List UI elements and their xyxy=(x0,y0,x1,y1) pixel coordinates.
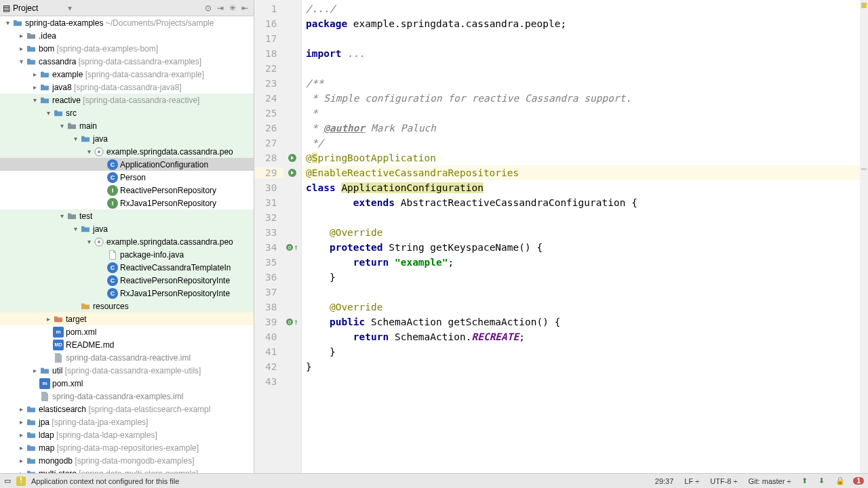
tree-item[interactable]: ▾reactive [spring-data-cassandra-reactiv… xyxy=(0,94,254,106)
tree-item[interactable]: ▾cassandra [spring-data-cassandra-exampl… xyxy=(0,55,254,68)
tree-item[interactable]: ▸multi-store [spring-data-multi-store-ex… xyxy=(0,467,254,473)
editor-gutter[interactable]: 116171822232425262728293031323334o↑35363… xyxy=(254,0,302,473)
code-line[interactable] xyxy=(302,210,860,225)
line-number[interactable]: 24 xyxy=(254,93,283,104)
tree-item[interactable]: ▸elasticsearch [spring-data-elasticsearc… xyxy=(0,403,254,415)
code-line[interactable]: return "example"; xyxy=(302,255,860,270)
chevron-down-icon[interactable]: ▾ xyxy=(84,148,94,155)
line-number[interactable]: 25 xyxy=(254,108,283,119)
chevron-right-icon[interactable]: ▸ xyxy=(30,367,39,374)
code-line[interactable] xyxy=(302,61,860,76)
code-line[interactable] xyxy=(302,31,860,46)
editor-code-area[interactable]: /.../package example.springdata.cassandr… xyxy=(302,0,860,473)
warning-icon[interactable] xyxy=(16,476,26,486)
tree-item[interactable]: ▾java xyxy=(0,132,254,145)
code-line[interactable]: } xyxy=(302,344,860,359)
notification-badge[interactable]: 1 xyxy=(853,477,864,485)
tree-item[interactable]: ▸package-info.java xyxy=(0,248,254,261)
code-line[interactable]: @EnableReactiveCassandraRepositories xyxy=(302,165,860,180)
tree-item[interactable]: ▾test xyxy=(0,209,254,222)
code-line[interactable]: * @author Mark Paluch xyxy=(302,121,860,136)
chevron-down-icon[interactable]: ▾ xyxy=(57,122,66,129)
tree-item[interactable]: ▸CApplicationConfiguration xyxy=(0,158,254,171)
chevron-right-icon[interactable]: ▸ xyxy=(16,444,26,451)
code-line[interactable]: @Override xyxy=(302,225,860,240)
line-number[interactable]: 22 xyxy=(254,63,283,74)
run-gutter-icon[interactable] xyxy=(283,154,301,162)
readonly-lock-icon[interactable]: 🔒 xyxy=(833,476,848,485)
code-line[interactable]: protected String getKeyspaceName() { xyxy=(302,240,860,255)
chevron-right-icon[interactable]: ▸ xyxy=(16,405,26,413)
vcs-update-icon[interactable]: ⬆ xyxy=(799,476,810,485)
tree-item[interactable]: ▸spring-data-cassandra-reactive.iml xyxy=(0,351,254,364)
code-line[interactable] xyxy=(302,374,860,389)
code-line[interactable]: import ... xyxy=(302,46,860,61)
chevron-right-icon[interactable]: ▸ xyxy=(16,418,26,426)
chevron-down-icon[interactable]: ▾ xyxy=(57,212,66,220)
error-stripe[interactable] xyxy=(860,0,868,473)
line-number[interactable]: 18 xyxy=(254,48,283,59)
override-gutter-icon[interactable]: o↑ xyxy=(283,243,301,252)
line-number[interactable]: 41 xyxy=(254,346,283,357)
run-gutter-icon[interactable] xyxy=(283,169,301,177)
collapse-all-icon[interactable]: ⇥ xyxy=(214,2,226,14)
code-line[interactable]: package example.springdata.cassandra.peo… xyxy=(302,16,860,31)
tree-item[interactable]: ▸example [spring-data-cassandra-example] xyxy=(0,68,254,81)
code-line[interactable]: * xyxy=(302,106,860,121)
line-number[interactable]: 43 xyxy=(254,376,283,387)
code-line[interactable]: /** xyxy=(302,76,860,91)
tree-item[interactable]: ▾example.springdata.cassandra.peo xyxy=(0,145,254,158)
chevron-down-icon[interactable]: ▾ xyxy=(43,109,53,117)
tree-item[interactable]: ▾main xyxy=(0,119,254,132)
settings-icon[interactable]: ✳ xyxy=(226,2,239,14)
line-number[interactable]: 39 xyxy=(254,317,283,327)
git-branch[interactable]: Git: master ÷ xyxy=(746,477,794,485)
tree-item[interactable]: ▸java8 [spring-data-cassandra-java8] xyxy=(0,81,254,94)
project-title[interactable]: Project xyxy=(13,3,38,13)
tree-item[interactable]: ▸IReactivePersonRepository xyxy=(0,184,254,197)
line-number[interactable]: 38 xyxy=(254,302,283,312)
tree-item[interactable]: ▾example.springdata.cassandra.peo xyxy=(0,235,254,248)
tree-item[interactable]: ▸CRxJava1PersonRepositoryInte xyxy=(0,287,254,300)
code-editor[interactable]: 116171822232425262728293031323334o↑35363… xyxy=(254,0,868,473)
project-view-dropdown[interactable]: ▾ xyxy=(68,3,72,13)
line-number[interactable]: 17 xyxy=(254,33,283,44)
tree-item[interactable]: ▾java xyxy=(0,222,254,235)
tree-item[interactable]: ▸target xyxy=(0,312,254,325)
code-line[interactable]: class ApplicationConfiguration xyxy=(302,180,860,195)
line-number[interactable]: 29 xyxy=(254,167,283,178)
code-line[interactable]: @SpringBootApplication xyxy=(302,150,860,165)
line-number[interactable]: 16 xyxy=(254,18,283,29)
line-number[interactable]: 33 xyxy=(254,227,283,238)
tree-item[interactable]: ▸mpom.xml xyxy=(0,377,254,390)
chevron-right-icon[interactable]: ▸ xyxy=(30,83,39,91)
locate-icon[interactable]: ⊙ xyxy=(202,2,214,14)
code-line[interactable] xyxy=(302,285,860,300)
line-number[interactable]: 23 xyxy=(254,78,283,89)
code-line[interactable]: @Override xyxy=(302,300,860,314)
chevron-right-icon[interactable]: ▸ xyxy=(43,315,53,323)
line-number[interactable]: 1 xyxy=(254,3,283,14)
tree-item[interactable]: ▸ldap [spring-data-ldap-examples] xyxy=(0,428,254,441)
tree-item[interactable]: ▸MDREADME.md xyxy=(0,338,254,351)
tree-item[interactable]: ▸mpom.xml xyxy=(0,325,254,338)
line-separator[interactable]: LF ÷ xyxy=(682,477,702,485)
tree-item[interactable]: ▸util [spring-data-cassandra-example-uti… xyxy=(0,364,254,377)
hide-icon[interactable]: ⇤ xyxy=(239,2,251,14)
line-number[interactable]: 31 xyxy=(254,197,283,208)
tree-item[interactable]: ▾src xyxy=(0,106,254,119)
tree-item[interactable]: ▸CReactiveCassandraTemplateIn xyxy=(0,261,254,274)
file-encoding[interactable]: UTF-8 ÷ xyxy=(707,477,740,485)
line-number[interactable]: 26 xyxy=(254,123,283,134)
code-line[interactable]: /.../ xyxy=(302,1,860,16)
chevron-right-icon[interactable]: ▸ xyxy=(16,431,26,439)
code-line[interactable]: extends AbstractReactiveCassandraConfigu… xyxy=(302,195,860,210)
chevron-down-icon[interactable]: ▾ xyxy=(16,58,26,65)
chevron-right-icon[interactable]: ▸ xyxy=(16,45,26,52)
code-line[interactable]: * Simple configuration for reactive Cass… xyxy=(302,91,860,106)
caret-position[interactable]: 29:37 xyxy=(652,477,677,485)
line-number[interactable]: 28 xyxy=(254,152,283,163)
tree-item[interactable]: ▸IRxJava1PersonRepository xyxy=(0,197,254,209)
chevron-down-icon[interactable]: ▾ xyxy=(3,19,12,26)
line-number[interactable]: 35 xyxy=(254,257,283,268)
